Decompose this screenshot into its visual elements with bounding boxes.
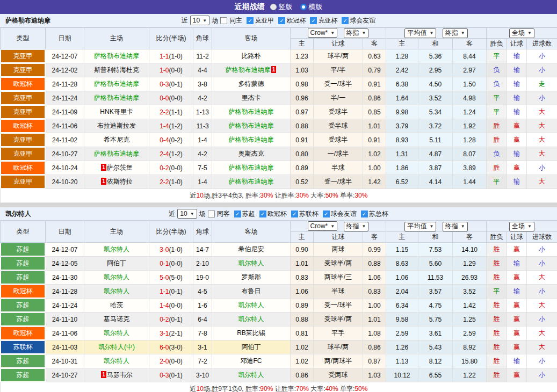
tracked-team-link[interactable]: 萨格勒布迪纳摩: [229, 122, 274, 129]
opponent-team-link[interactable]: 比路朴: [242, 52, 261, 60]
match-date: 24-10-27: [46, 147, 84, 161]
opponent-team-link[interactable]: 马瑟韦尔: [107, 371, 133, 379]
same-venue-checkbox[interactable]: [220, 17, 227, 24]
tracked-team-link[interactable]: 萨格勒布迪纳摩: [229, 164, 274, 171]
match-date: 24-11-24: [46, 299, 84, 313]
league-cell: 苏超: [1, 243, 46, 257]
opponent-team-link[interactable]: 布鲁日: [242, 287, 261, 295]
scope-select[interactable]: 全场▼: [509, 28, 534, 38]
tracked-team-link[interactable]: 萨格勒布迪纳摩: [94, 80, 139, 88]
odds-stage-select[interactable]: 终指▼: [344, 28, 369, 38]
league-checkbox[interactable]: ✓: [247, 17, 254, 24]
avg-home-odds: 6.38: [386, 77, 418, 91]
opponent-team-link[interactable]: 萨尔茨堡: [107, 164, 133, 171]
away-team-cell: 奥斯杰克: [212, 147, 291, 161]
opponent-team-link[interactable]: 布拉迪斯拉发: [97, 122, 136, 129]
tracked-team-link[interactable]: 萨格勒布迪纳摩: [226, 66, 271, 74]
tracked-team-link[interactable]: 凯尔特人: [104, 357, 129, 365]
league-cell: 苏超: [1, 271, 46, 285]
opponent-team-link[interactable]: 阿伯丁: [107, 259, 126, 267]
league-checkbox[interactable]: ✓: [310, 17, 317, 24]
col-handicap: 让球: [314, 232, 363, 243]
tracked-team-link[interactable]: 凯尔特人: [104, 273, 129, 281]
home-odds: 0.86: [291, 368, 314, 382]
match-row: 苏超24-11-10基马诺克0-2(0-1)6-4凯尔特人0.88受球半/两1.…: [1, 313, 557, 326]
match-count-select[interactable]: 10▼: [190, 16, 209, 25]
league-checkbox[interactable]: ✓: [278, 17, 285, 24]
score-cell: 2-2(1-0): [149, 175, 193, 189]
opponent-team-link[interactable]: 阿伯丁: [242, 343, 261, 351]
league-cell: 欧冠杯: [1, 285, 46, 299]
opponent-team-link[interactable]: 希伯尼安: [238, 245, 264, 253]
league-checkbox[interactable]: ✓: [342, 17, 349, 24]
opponent-team-link[interactable]: 依斯特拉: [107, 178, 133, 185]
avg-home-odds: 1.28: [386, 49, 418, 63]
league-filter-item: ✓克亚杯: [310, 16, 337, 25]
avg-source-select[interactable]: 平均值▼: [404, 222, 436, 231]
radio-selected-icon[interactable]: [300, 4, 307, 10]
avg-home-odds: 2.59: [386, 326, 418, 340]
fulltime-score: 5-0: [160, 274, 169, 281]
chevron-down-icon: ▼: [330, 31, 335, 35]
opponent-team-link[interactable]: 希本尼克: [104, 136, 129, 143]
away-team-cell: 多特蒙德: [212, 77, 291, 91]
opponent-team-link[interactable]: 罗斯郡: [242, 273, 261, 281]
avg-stage-select[interactable]: 终指▼: [443, 222, 468, 231]
tracked-team-link[interactable]: 萨格勒布迪纳摩: [229, 178, 274, 185]
opponent-team-link[interactable]: RB莱比锡: [237, 329, 265, 337]
opponent-team-link[interactable]: HNK哥里卡: [100, 108, 133, 115]
same-venue-checkbox[interactable]: [208, 210, 215, 217]
scope-select[interactable]: 全场▼: [509, 222, 534, 231]
league-badge: 克亚甲: [1, 148, 45, 160]
opponent-team-link[interactable]: 哈茨: [110, 301, 123, 309]
col-result-goals: 进球数: [527, 39, 557, 49]
league-checkbox[interactable]: ✓: [291, 210, 298, 217]
away-odds: 0.99: [363, 243, 386, 257]
odds-source-select[interactable]: Crow*▼: [308, 28, 338, 38]
odds-stage-select[interactable]: 终指▼: [344, 222, 369, 231]
result-outcome: 胜: [487, 354, 507, 368]
halftime-score: (0-1): [169, 288, 183, 295]
tracked-team-link[interactable]: 萨格勒布迪纳摩: [94, 94, 139, 101]
match-count-select[interactable]: 10▼: [177, 209, 197, 219]
opponent-team-link[interactable]: 基马诺克: [104, 315, 129, 323]
opponent-team-link[interactable]: 多特蒙德: [238, 80, 264, 88]
opponent-team-link[interactable]: 斯普利特海杜克: [94, 66, 139, 74]
tracked-team-link[interactable]: 凯尔特人: [104, 245, 129, 253]
odds-source-value: Crow*: [310, 29, 328, 37]
handicap-line: 球半/两: [314, 49, 363, 63]
chevron-down-icon: ▼: [461, 224, 465, 229]
avg-stage-select[interactable]: 终指▼: [443, 28, 468, 38]
col-avg-home: 主: [386, 39, 418, 49]
league-checkbox[interactable]: ✓: [323, 210, 330, 217]
tracked-team-link[interactable]: 凯尔特人: [238, 259, 264, 267]
fulltime-score: 3-1: [160, 330, 169, 337]
league-checkbox[interactable]: ✓: [361, 210, 368, 217]
tracked-team-link[interactable]: 凯尔特人: [238, 371, 264, 379]
opponent-team-link[interactable]: 里杰卡: [242, 94, 261, 101]
tracked-team-link[interactable]: 凯尔特人: [104, 287, 129, 295]
league-filter-item: ✓欧冠杯: [259, 209, 287, 219]
league-checkbox[interactable]: ✓: [234, 210, 241, 217]
avg-source-select[interactable]: 平均值▼: [404, 28, 436, 38]
tracked-team-link[interactable]: 凯尔特人: [238, 301, 264, 309]
tracked-team-link[interactable]: 凯尔特人: [238, 315, 264, 323]
fulltime-score: 2-2: [160, 108, 169, 116]
away-team-cell: 邓迪FC: [212, 354, 291, 368]
fulltime-score: 0-4: [160, 136, 169, 144]
tracked-team-link[interactable]: 凯尔特人(中): [98, 343, 135, 351]
tracked-team-link[interactable]: 萨格勒布迪纳摩: [229, 108, 274, 115]
avg-group-header: 平均值▼ 终指▼: [386, 221, 487, 232]
tracked-team-link[interactable]: 萨格勒布迪纳摩: [94, 150, 139, 157]
opponent-team-link[interactable]: 邓迪FC: [241, 357, 262, 365]
handicap-line: 受两球: [314, 368, 363, 382]
tracked-team-link[interactable]: 萨格勒布迪纳摩: [94, 52, 139, 60]
odds-source-select[interactable]: Crow*▼: [308, 221, 338, 231]
radio-icon[interactable]: [270, 4, 277, 10]
summary-stat-value: 70%: [296, 385, 309, 392]
league-checkbox[interactable]: ✓: [259, 210, 266, 217]
tracked-team-link[interactable]: 凯尔特人: [104, 329, 129, 337]
opponent-team-link[interactable]: 奥斯杰克: [238, 150, 264, 157]
handicap-line: 平/半: [314, 63, 363, 77]
tracked-team-link[interactable]: 萨格勒布迪纳摩: [229, 136, 274, 143]
